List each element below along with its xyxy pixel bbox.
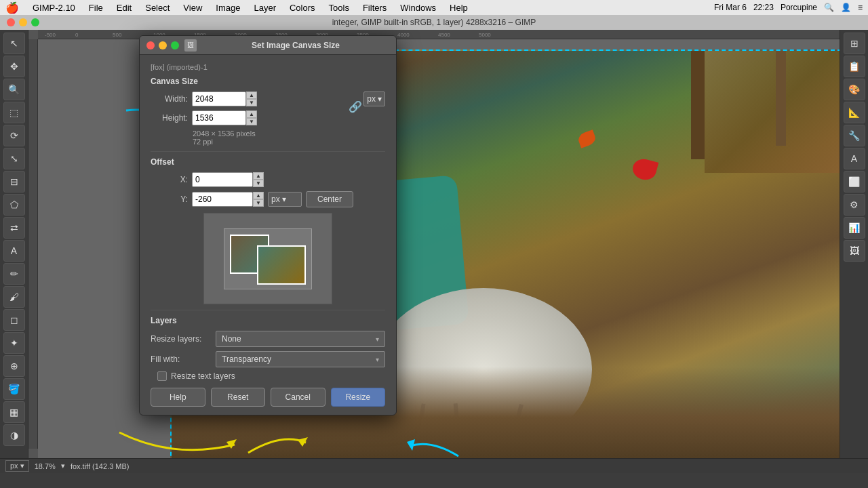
menu-layer[interactable]: Layer xyxy=(251,3,279,13)
menubar-menu-icon[interactable]: ≡ xyxy=(858,3,863,12)
resize-button[interactable]: Resize xyxy=(331,388,386,407)
tool-clone[interactable]: ✦ xyxy=(3,332,25,354)
status-zoom-dropdown[interactable]: ▾ xyxy=(61,462,65,470)
offset-x-up[interactable]: ▲ xyxy=(253,172,264,180)
menubar-profile-icon[interactable]: 👤 xyxy=(841,3,851,12)
dialog-body: [fox] (imported)-1 Canvas Size Width: 20… xyxy=(140,55,396,415)
width-input[interactable]: 2048 xyxy=(192,92,246,106)
tool-erase[interactable]: ◻ xyxy=(3,309,25,331)
right-tool-7[interactable]: ⬜ xyxy=(844,171,865,192)
right-tool-6[interactable]: A xyxy=(844,148,865,169)
offset-x-spinner[interactable]: ▲ ▼ xyxy=(253,172,264,187)
right-tool-4[interactable]: 📐 xyxy=(844,102,865,123)
right-tool-5[interactable]: 🔧 xyxy=(844,125,865,146)
width-up[interactable]: ▲ xyxy=(246,92,257,99)
link-dimensions-icon[interactable]: 🔗 xyxy=(350,92,361,121)
status-unit[interactable]: px ▾ xyxy=(5,460,29,472)
tool-pencil[interactable]: ✏ xyxy=(3,263,25,285)
tool-bucket[interactable]: 🪣 xyxy=(3,378,25,400)
menu-help[interactable]: Help xyxy=(447,3,471,13)
tool-shear[interactable]: ⊟ xyxy=(3,171,25,192)
svg-text:-500: -500 xyxy=(45,32,56,38)
tool-move[interactable]: ✥ xyxy=(3,56,25,77)
tool-flip[interactable]: ⇄ xyxy=(3,217,25,239)
dialog-close-btn[interactable] xyxy=(146,41,155,49)
offset-y-spinner[interactable]: ▲ ▼ xyxy=(253,192,264,207)
tool-heal[interactable]: ⊕ xyxy=(3,355,25,377)
menu-select[interactable]: Select xyxy=(142,3,172,13)
menu-colors[interactable]: Colors xyxy=(287,3,318,13)
right-tool-2[interactable]: 📋 xyxy=(844,56,865,77)
dialog-win-controls xyxy=(146,41,179,49)
height-down[interactable]: ▼ xyxy=(246,118,257,125)
offset-x-group: 0 ▲ ▼ xyxy=(192,172,264,187)
menu-view[interactable]: View xyxy=(180,3,205,13)
offset-y-label: Y: xyxy=(151,195,188,204)
gimp-main-area: ↖ ✥ 🔍 ⬚ ⟳ ⤡ ⊟ ⬠ ⇄ A ✏ 🖌 ◻ ✦ ⊕ 🪣 ▦ ◑ -500… xyxy=(0,30,868,458)
width-input-group: 2048 ▲ ▼ xyxy=(192,92,257,106)
width-label: Width: xyxy=(151,94,188,104)
offset-y-input[interactable]: -260 xyxy=(192,192,253,207)
dialog-max-btn[interactable] xyxy=(171,41,179,49)
offset-x-down[interactable]: ▼ xyxy=(253,180,264,187)
menu-file[interactable]: File xyxy=(86,3,106,13)
height-up[interactable]: ▲ xyxy=(246,110,257,118)
resize-text-layers-checkbox[interactable] xyxy=(157,371,167,381)
fill-with-dropdown[interactable]: Transparency ▾ xyxy=(216,351,385,367)
offset-unit-selector[interactable]: px ▾ xyxy=(268,192,302,207)
offset-y-down[interactable]: ▼ xyxy=(253,199,264,207)
maximize-button[interactable] xyxy=(31,18,39,26)
layers-header: Layers xyxy=(151,316,385,325)
right-panel: ⊞ 📋 🎨 📐 🔧 A ⬜ ⚙ 📊 🖼 xyxy=(840,30,868,458)
menu-gimp[interactable]: GIMP-2.10 xyxy=(30,3,78,13)
offset-y-up[interactable]: ▲ xyxy=(253,192,264,199)
cancel-button[interactable]: Cancel xyxy=(271,388,326,407)
close-button[interactable] xyxy=(7,18,15,26)
menu-edit[interactable]: Edit xyxy=(114,3,134,13)
offset-x-input[interactable]: 0 xyxy=(192,172,253,187)
menu-tools[interactable]: Tools xyxy=(326,3,352,13)
height-spinner[interactable]: ▲ ▼ xyxy=(246,110,257,125)
resize-layers-dropdown[interactable]: None ▾ xyxy=(216,331,385,347)
height-input[interactable]: 1536 xyxy=(192,110,246,125)
tool-brush[interactable]: 🖌 xyxy=(3,286,25,308)
right-tool-9[interactable]: 📊 xyxy=(844,217,865,239)
menubar-search-icon[interactable]: 🔍 xyxy=(824,3,834,12)
resize-layers-row: Resize layers: None ▾ xyxy=(151,331,385,347)
gimp-titlebar: integer, GIMP built-in sRGB, 1 layer) 42… xyxy=(0,15,868,30)
width-down[interactable]: ▼ xyxy=(246,99,257,106)
tool-gradient[interactable]: ▦ xyxy=(3,401,25,423)
right-tool-3[interactable]: 🎨 xyxy=(844,79,865,100)
help-button[interactable]: Help xyxy=(151,388,205,407)
minimize-button[interactable] xyxy=(19,18,27,26)
unit-selector[interactable]: px ▾ xyxy=(363,92,385,106)
width-spinner[interactable]: ▲ ▼ xyxy=(246,92,257,106)
tool-scale[interactable]: ⤡ xyxy=(3,148,25,169)
status-filename: fox.tiff (142.3 MB) xyxy=(71,462,130,470)
dialog-subtitle: [fox] (imported)-1 xyxy=(151,63,385,71)
svg-text:5000: 5000 xyxy=(479,32,491,38)
reset-button[interactable]: Reset xyxy=(211,388,266,407)
tool-perspective[interactable]: ⬠ xyxy=(3,194,25,216)
menu-filters[interactable]: Filters xyxy=(360,3,389,13)
tool-rotate[interactable]: ⟳ xyxy=(3,125,25,146)
divider-1 xyxy=(151,151,385,152)
menubar-right: Fri Mar 6 22:23 Porcupine 🔍 👤 ≡ xyxy=(714,3,863,12)
tool-crop[interactable]: ⬚ xyxy=(3,102,25,123)
ruler-left xyxy=(28,39,38,449)
right-tool-8[interactable]: ⚙ xyxy=(844,194,865,216)
menu-image[interactable]: Image xyxy=(213,3,243,13)
center-button[interactable]: Center xyxy=(306,191,353,207)
dialog-min-btn[interactable] xyxy=(159,41,167,49)
height-row: Height: 1536 ▲ ▼ xyxy=(151,110,347,125)
status-bar: px ▾ 18.7% ▾ fox.tiff (142.3 MB) xyxy=(0,458,868,473)
tool-dodge[interactable]: ◑ xyxy=(3,424,25,446)
right-tool-1[interactable]: ⊞ xyxy=(844,33,865,54)
right-tool-10[interactable]: 🖼 xyxy=(844,240,865,262)
tool-pointer[interactable]: ↖ xyxy=(3,33,25,54)
tool-zoom[interactable]: 🔍 xyxy=(3,79,25,100)
macos-menubar: 🍎 GIMP-2.10 File Edit Select View Image … xyxy=(0,0,868,15)
menubar-clock: Fri Mar 6 22:23 xyxy=(714,3,774,12)
tool-text[interactable]: A xyxy=(3,240,25,262)
menu-windows[interactable]: Windows xyxy=(397,3,439,13)
